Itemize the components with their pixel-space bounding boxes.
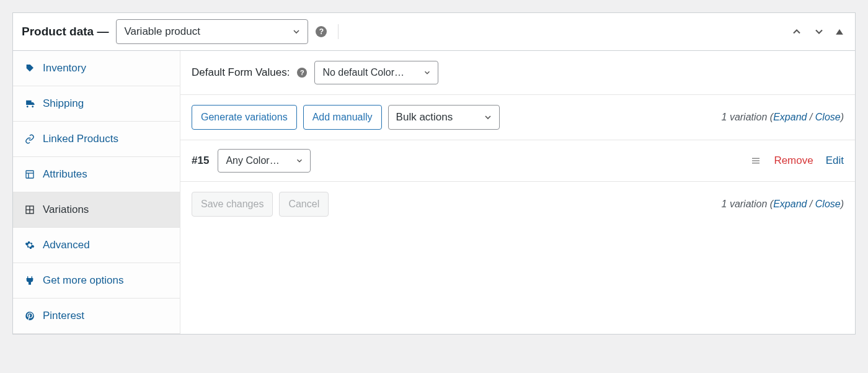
sidebar-item-variations[interactable]: Variations [13,192,180,228]
chevron-down-icon [483,112,493,122]
product-type-select[interactable]: Variable product [116,19,308,44]
truck-icon [24,98,35,109]
edit-variation-link[interactable]: Edit [826,155,844,167]
help-icon[interactable]: ? [316,26,327,37]
chevron-down-icon [423,68,432,77]
svg-marker-0 [836,29,843,35]
bulk-actions-select[interactable]: Bulk actions [388,105,500,130]
variation-id: #15 [192,155,209,167]
add-manually-button[interactable]: Add manually [303,105,382,130]
sidebar-item-attributes[interactable]: Attributes [13,157,180,192]
sidebar-item-label: Linked Products [43,133,118,145]
default-color-select[interactable]: No default Color… [314,61,438,84]
sidebar: Inventory Shipping Linked Products Attri… [13,51,180,334]
drag-handle-icon[interactable] [750,155,761,166]
sidebar-item-label: Variations [43,204,89,216]
panel-title: Product data — [22,25,108,38]
sidebar-item-get-more[interactable]: Get more options [13,263,180,299]
variation-row: #15 Any Color… Remove Edit [180,140,855,182]
variations-footer: Save changes Cancel 1 variation (Expand … [180,182,855,227]
sidebar-item-shipping[interactable]: Shipping [13,86,180,122]
separator [338,24,339,39]
gear-icon [24,240,35,251]
svg-rect-1 [26,171,33,178]
panel-body: Inventory Shipping Linked Products Attri… [13,51,855,334]
grid-icon [24,204,35,215]
default-form-row: Default Form Values: ? No default Color… [180,51,855,95]
sidebar-item-label: Get more options [43,274,123,287]
plug-icon [24,275,35,286]
product-type-value: Variable product [124,25,200,38]
panel-collapse-icon[interactable] [835,27,844,36]
expand-link[interactable]: Expand [773,112,807,122]
panel-move-up[interactable] [790,25,803,38]
bulk-actions-value: Bulk actions [396,111,453,124]
sidebar-item-label: Pinterest [43,310,84,322]
default-form-label: Default Form Values: [192,66,290,79]
variation-attribute-value: Any Color… [226,155,279,166]
pinterest-icon [24,310,35,321]
variations-tab-content: Default Form Values: ? No default Color…… [180,51,855,334]
help-icon[interactable]: ? [297,68,307,78]
variations-pager: 1 variation (Expand / Close) [722,199,844,210]
expand-link[interactable]: Expand [773,199,807,209]
chevron-down-icon [291,27,301,37]
variations-toolbar: Generate variations Add manually Bulk ac… [180,95,855,140]
layout-icon [24,169,35,180]
variation-attribute-select[interactable]: Any Color… [218,149,311,173]
sidebar-item-label: Advanced [43,239,90,251]
save-changes-button[interactable]: Save changes [192,192,273,217]
remove-variation-link[interactable]: Remove [774,155,813,167]
sidebar-item-linked-products[interactable]: Linked Products [13,122,180,157]
sidebar-item-label: Attributes [43,168,87,181]
panel-header: Product data — Variable product ? [13,13,855,51]
variation-actions: Remove Edit [750,155,844,167]
chevron-down-icon [295,156,304,165]
variations-count: 1 variation [722,112,768,122]
generate-variations-button[interactable]: Generate variations [192,105,297,130]
close-link[interactable]: Close [815,199,841,209]
close-link[interactable]: Close [815,112,841,122]
cancel-button[interactable]: Cancel [279,192,329,217]
panel-move-down[interactable] [813,25,825,38]
sidebar-item-inventory[interactable]: Inventory [13,51,180,86]
link-icon [24,133,35,145]
sidebar-item-pinterest[interactable]: Pinterest [13,299,180,334]
sidebar-item-label: Shipping [43,97,84,110]
panel-controls [790,25,846,38]
variations-count: 1 variation [722,199,768,209]
sidebar-item-label: Inventory [43,62,86,74]
sidebar-item-advanced[interactable]: Advanced [13,228,180,263]
product-data-panel: Product data — Variable product ? [12,12,856,335]
variations-pager: 1 variation (Expand / Close) [722,112,844,123]
tag-icon [24,63,35,74]
default-color-value: No default Color… [322,67,404,78]
